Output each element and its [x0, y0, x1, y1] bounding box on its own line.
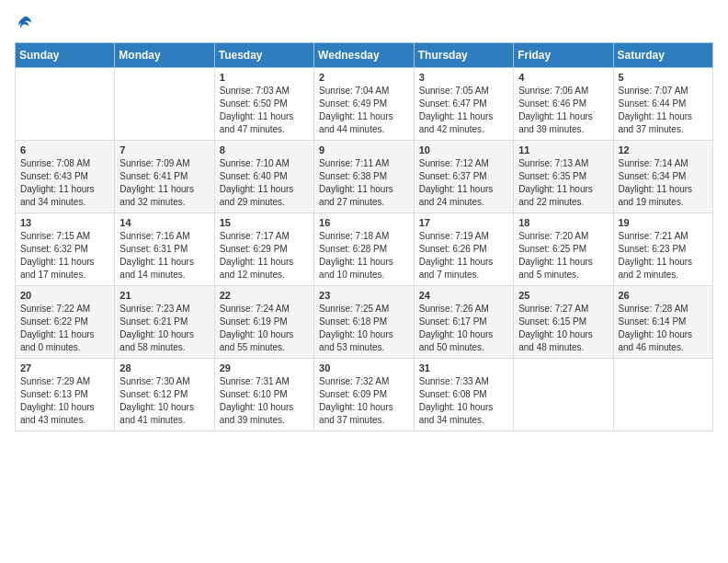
day-info: Sunrise: 7:19 AMSunset: 6:26 PMDaylight:…: [419, 230, 508, 282]
day-number: 17: [419, 217, 508, 228]
calendar-cell: 20Sunrise: 7:22 AMSunset: 6:22 PMDayligh…: [16, 286, 115, 359]
calendar-cell: 12Sunrise: 7:14 AMSunset: 6:34 PMDayligh…: [613, 141, 713, 213]
calendar-cell: [514, 359, 613, 431]
day-number: 13: [20, 217, 109, 228]
weekday-header-sunday: Sunday: [16, 43, 115, 68]
day-number: 28: [119, 362, 209, 373]
day-info: Sunrise: 7:05 AMSunset: 6:47 PMDaylight:…: [419, 85, 508, 136]
calendar-table: SundayMondayTuesdayWednesdayThursdayFrid…: [15, 42, 713, 431]
day-info: Sunrise: 7:07 AMSunset: 6:44 PMDaylight:…: [619, 85, 709, 136]
day-number: 19: [619, 217, 709, 228]
calendar-cell: 3Sunrise: 7:05 AMSunset: 6:47 PMDaylight…: [414, 68, 513, 141]
day-number: 22: [220, 290, 309, 301]
day-info: Sunrise: 7:22 AMSunset: 6:22 PMDaylight:…: [20, 303, 109, 354]
day-info: Sunrise: 7:09 AMSunset: 6:41 PMDaylight:…: [119, 157, 209, 209]
day-number: 18: [518, 217, 608, 228]
day-info: Sunrise: 7:33 AMSunset: 6:08 PMDaylight:…: [419, 375, 508, 427]
calendar-week-row: 20Sunrise: 7:22 AMSunset: 6:22 PMDayligh…: [16, 286, 713, 359]
calendar-cell: 23Sunrise: 7:25 AMSunset: 6:18 PMDayligh…: [314, 286, 415, 359]
day-info: Sunrise: 7:13 AMSunset: 6:35 PMDaylight:…: [518, 157, 608, 209]
weekday-header-wednesday: Wednesday: [314, 43, 415, 68]
day-info: Sunrise: 7:21 AMSunset: 6:23 PMDaylight:…: [619, 230, 709, 282]
day-number: 29: [220, 362, 309, 373]
logo-bird-icon: [17, 15, 33, 31]
day-number: 1: [220, 72, 309, 83]
calendar-cell: 18Sunrise: 7:20 AMSunset: 6:25 PMDayligh…: [514, 213, 613, 286]
day-number: 27: [20, 362, 109, 373]
calendar-cell: 30Sunrise: 7:32 AMSunset: 6:09 PMDayligh…: [314, 359, 415, 431]
day-number: 14: [119, 217, 209, 228]
calendar-cell: 19Sunrise: 7:21 AMSunset: 6:23 PMDayligh…: [613, 213, 713, 286]
day-info: Sunrise: 7:25 AMSunset: 6:18 PMDaylight:…: [319, 303, 409, 354]
day-number: 15: [220, 217, 309, 228]
day-number: 2: [319, 72, 409, 83]
calendar-cell: 1Sunrise: 7:03 AMSunset: 6:50 PMDaylight…: [214, 68, 313, 141]
calendar-week-row: 6Sunrise: 7:08 AMSunset: 6:43 PMDaylight…: [16, 141, 713, 213]
day-info: Sunrise: 7:29 AMSunset: 6:13 PMDaylight:…: [20, 375, 109, 427]
day-info: Sunrise: 7:27 AMSunset: 6:15 PMDaylight:…: [518, 303, 608, 354]
weekday-header-friday: Friday: [514, 43, 613, 68]
calendar-week-row: 1Sunrise: 7:03 AMSunset: 6:50 PMDaylight…: [16, 68, 713, 141]
calendar-cell: 29Sunrise: 7:31 AMSunset: 6:10 PMDayligh…: [214, 359, 313, 431]
day-info: Sunrise: 7:26 AMSunset: 6:17 PMDaylight:…: [419, 303, 508, 354]
day-number: 30: [319, 362, 409, 373]
weekday-header-thursday: Thursday: [414, 43, 513, 68]
day-number: 6: [20, 144, 109, 155]
calendar-cell: 15Sunrise: 7:17 AMSunset: 6:29 PMDayligh…: [214, 213, 313, 286]
day-info: Sunrise: 7:24 AMSunset: 6:19 PMDaylight:…: [220, 303, 309, 354]
calendar-cell: 22Sunrise: 7:24 AMSunset: 6:19 PMDayligh…: [214, 286, 313, 359]
calendar-cell: 2Sunrise: 7:04 AMSunset: 6:49 PMDaylight…: [314, 68, 415, 141]
day-number: 25: [518, 290, 608, 301]
day-number: 11: [518, 144, 608, 155]
day-info: Sunrise: 7:31 AMSunset: 6:10 PMDaylight:…: [220, 375, 309, 427]
day-number: 16: [319, 217, 409, 228]
calendar-cell: 16Sunrise: 7:18 AMSunset: 6:28 PMDayligh…: [314, 213, 415, 286]
day-number: 7: [119, 144, 209, 155]
day-info: Sunrise: 7:15 AMSunset: 6:32 PMDaylight:…: [20, 230, 109, 282]
calendar-cell: [115, 68, 214, 141]
calendar-cell: 26Sunrise: 7:28 AMSunset: 6:14 PMDayligh…: [613, 286, 713, 359]
calendar-cell: 27Sunrise: 7:29 AMSunset: 6:13 PMDayligh…: [16, 359, 115, 431]
day-number: 8: [220, 144, 309, 155]
calendar-cell: 4Sunrise: 7:06 AMSunset: 6:46 PMDaylight…: [514, 68, 613, 141]
calendar-cell: 10Sunrise: 7:12 AMSunset: 6:37 PMDayligh…: [414, 141, 513, 213]
day-info: Sunrise: 7:23 AMSunset: 6:21 PMDaylight:…: [119, 303, 209, 354]
calendar-cell: 31Sunrise: 7:33 AMSunset: 6:08 PMDayligh…: [414, 359, 513, 431]
day-number: 23: [319, 290, 409, 301]
weekday-header-row: SundayMondayTuesdayWednesdayThursdayFrid…: [16, 43, 713, 68]
day-number: 12: [619, 144, 709, 155]
day-info: Sunrise: 7:30 AMSunset: 6:12 PMDaylight:…: [119, 375, 209, 427]
day-number: 5: [619, 72, 709, 83]
day-info: Sunrise: 7:06 AMSunset: 6:46 PMDaylight:…: [518, 85, 608, 136]
day-info: Sunrise: 7:32 AMSunset: 6:09 PMDaylight:…: [319, 375, 409, 427]
day-info: Sunrise: 7:12 AMSunset: 6:37 PMDaylight:…: [419, 157, 508, 209]
calendar-cell: 11Sunrise: 7:13 AMSunset: 6:35 PMDayligh…: [514, 141, 613, 213]
weekday-header-saturday: Saturday: [613, 43, 713, 68]
day-info: Sunrise: 7:11 AMSunset: 6:38 PMDaylight:…: [319, 157, 409, 209]
day-number: 26: [619, 290, 709, 301]
day-number: 24: [419, 290, 508, 301]
calendar-cell: [613, 359, 713, 431]
calendar-week-row: 13Sunrise: 7:15 AMSunset: 6:32 PMDayligh…: [16, 213, 713, 286]
calendar-cell: 14Sunrise: 7:16 AMSunset: 6:31 PMDayligh…: [115, 213, 214, 286]
calendar-cell: 6Sunrise: 7:08 AMSunset: 6:43 PMDaylight…: [16, 141, 115, 213]
day-number: 4: [518, 72, 608, 83]
day-info: Sunrise: 7:20 AMSunset: 6:25 PMDaylight:…: [518, 230, 608, 282]
calendar-cell: [16, 68, 115, 141]
day-info: Sunrise: 7:03 AMSunset: 6:50 PMDaylight:…: [220, 85, 309, 136]
calendar-week-row: 27Sunrise: 7:29 AMSunset: 6:13 PMDayligh…: [16, 359, 713, 431]
logo: [15, 15, 33, 31]
day-info: Sunrise: 7:17 AMSunset: 6:29 PMDaylight:…: [220, 230, 309, 282]
header: [15, 15, 713, 31]
day-info: Sunrise: 7:14 AMSunset: 6:34 PMDaylight:…: [619, 157, 709, 209]
day-number: 9: [319, 144, 409, 155]
calendar-cell: 21Sunrise: 7:23 AMSunset: 6:21 PMDayligh…: [115, 286, 214, 359]
calendar-cell: 5Sunrise: 7:07 AMSunset: 6:44 PMDaylight…: [613, 68, 713, 141]
calendar-cell: 28Sunrise: 7:30 AMSunset: 6:12 PMDayligh…: [115, 359, 214, 431]
day-info: Sunrise: 7:18 AMSunset: 6:28 PMDaylight:…: [319, 230, 409, 282]
calendar-cell: 7Sunrise: 7:09 AMSunset: 6:41 PMDaylight…: [115, 141, 214, 213]
day-info: Sunrise: 7:28 AMSunset: 6:14 PMDaylight:…: [619, 303, 709, 354]
day-info: Sunrise: 7:08 AMSunset: 6:43 PMDaylight:…: [20, 157, 109, 209]
weekday-header-tuesday: Tuesday: [214, 43, 313, 68]
day-info: Sunrise: 7:16 AMSunset: 6:31 PMDaylight:…: [119, 230, 209, 282]
